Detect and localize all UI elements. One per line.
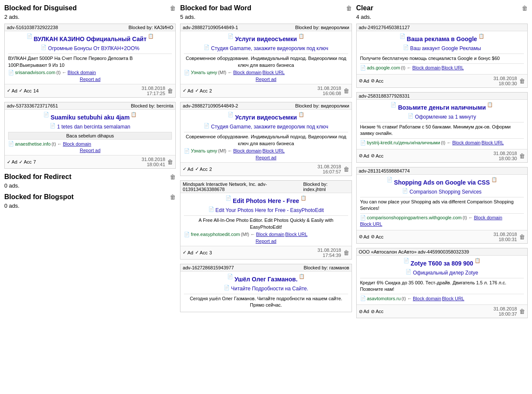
ad-trash-bw1[interactable]: 🗑	[343, 87, 349, 94]
copy-icon-bw4[interactable]: 📋	[299, 274, 305, 279]
ad-title-row-2: 📄 Suamiku setubuhi aku 4jam 📋	[8, 112, 172, 123]
url-suffix-1: (t) ←	[56, 70, 66, 75]
copy-icon-c2[interactable]: 📋	[487, 102, 493, 107]
block-url-btn-c4[interactable]: Block URL	[442, 296, 464, 301]
ad-trash-c1[interactable]: 🗑	[519, 78, 525, 84]
block-domain-btn-bw3[interactable]: Block domain	[256, 232, 284, 237]
footer-right-d1: 31.08.2018 17:17:25 🗑	[141, 86, 173, 96]
section-trash-clear[interactable]: 🗑	[522, 5, 528, 12]
ad-trash-d2[interactable]: 🗑	[167, 158, 173, 165]
ad-date-c1: 31.08.2018 18:00:30	[493, 76, 517, 86]
ad-title-row-1: 📄 ВУЛКАН КАЗИНО Официальный Сайт 📋	[8, 33, 172, 45]
acc-check-btn-d2[interactable]: ✓ Acc	[19, 159, 31, 165]
ad-subtitle-row-bw2: 📄 Студия Gamame, закажите видеоролик под…	[184, 123, 348, 131]
ad-url-row-bw-2: 📄 Узнать цену (Mf) ← Block domain Block …	[184, 148, 348, 154]
block-domain-btn-c3[interactable]: Block domain	[474, 215, 502, 220]
report-ad-btn-bw2[interactable]: Report ad	[184, 155, 348, 160]
ad-date-d2: 31.08.2018 18:00:41	[141, 157, 165, 167]
block-domain-btn-c1[interactable]: Block domain	[412, 65, 441, 70]
ad-card-clear-1: adv-2491276450381127 📄 Ваша реклама в Go…	[356, 24, 528, 88]
block-url-btn-bw2[interactable]: Block URL	[262, 148, 285, 153]
copy-icon-c4[interactable]: 📋	[475, 258, 481, 263]
acc-check-btn-bw2[interactable]: ✓ Acc	[195, 166, 207, 172]
ad-trash-d1[interactable]: 🗑	[167, 87, 173, 94]
ad-title-row-c2: 📄 Возьмите деньги наличными 📋	[360, 102, 524, 113]
ad-check-btn-bw2[interactable]: ✓ Ad	[183, 166, 193, 172]
acc-check-btn-c4[interactable]: ⊘ Acc	[371, 309, 383, 314]
section-trash-redirect[interactable]: 🗑	[170, 173, 176, 180]
ad-body-clear-3: 📄 Shopping Ads on Google via CSS 📋 📄 Com…	[357, 175, 527, 230]
ad-trash-c2[interactable]: 🗑	[519, 152, 525, 159]
footer-right-bw2: 31.08.2018 16:07:57 🗑	[318, 164, 349, 174]
acc-check-btn-bw1[interactable]: ✓ Acc	[195, 88, 207, 93]
ad-check-btn-c3[interactable]: ⊘ Ad	[359, 234, 369, 239]
copy-icon-bw3[interactable]: 📋	[301, 195, 307, 201]
block-url-btn-bw1[interactable]: Block URL	[262, 70, 285, 75]
doc-icon-c1: 📄	[400, 33, 406, 39]
report-ad-btn-d1[interactable]: Report ad	[8, 77, 172, 82]
section-trash-blogspot[interactable]: 🗑	[170, 194, 176, 200]
block-domain-btn-d1[interactable]: Block domain	[68, 70, 96, 75]
ad-check-btn-bw3[interactable]: ✓ Ad	[183, 250, 193, 255]
url-suffix-c1: (t) ←	[401, 65, 411, 70]
doc-icon-bw1: 📄	[228, 33, 234, 39]
ad-check-btn-c2[interactable]: ⊘ Ad	[359, 153, 369, 158]
ad-id-bw-4: adv-1627286815943977	[183, 265, 234, 270]
ad-subtitle-bw-4: Читайте Подробности на Сайте.	[231, 286, 308, 292]
url-suffix-c3: (t) ←	[463, 215, 473, 220]
ad-check-btn-bw1[interactable]: ✓ Ad	[183, 88, 193, 93]
ad-check-btn-d2[interactable]: ✓ Ad	[7, 159, 17, 165]
acc-check-btn-c1[interactable]: ⊘ Acc	[371, 78, 383, 84]
ad-check-btn-c1[interactable]: ⊘ Ad	[359, 78, 369, 84]
ad-trash-c3[interactable]: 🗑	[519, 233, 525, 240]
url-suffix-c2: (t) ←	[441, 140, 451, 145]
copy-icon-bw1[interactable]: 📋	[298, 33, 304, 39]
url-doc-icon-1: 📄	[8, 70, 14, 75]
ad-card-bw-4: adv-1627286815943977 Blocked by: газмано…	[180, 264, 352, 312]
acc-check-btn-d1[interactable]: ✓ Acc	[19, 88, 31, 93]
block-url-btn-bw3[interactable]: Block URL	[285, 232, 307, 237]
block-domain-btn-bw2[interactable]: Block domain	[233, 148, 261, 153]
copy-icon-bw2[interactable]: 📋	[298, 112, 304, 117]
doc-icon-c2: 📄	[391, 102, 397, 107]
block-domain-btn-bw1[interactable]: Block domain	[233, 70, 261, 75]
copy-icon-1[interactable]: 📋	[148, 33, 154, 39]
block-url-btn-c2[interactable]: Block URL	[481, 140, 504, 145]
blocked-by-disguised-1: Blocked by: КАЗИНО	[129, 25, 174, 30]
acc-check-btn-c2[interactable]: ⊘ Acc	[371, 153, 383, 158]
ad-title-bw-3: Edit Photos Here - Free	[233, 197, 299, 205]
section-trash-badword[interactable]: 🗑	[346, 5, 352, 12]
copy-icon-2[interactable]: 📋	[131, 112, 137, 117]
block-url-btn-c1[interactable]: Block URL	[442, 65, 464, 70]
copy-icon-c1[interactable]: 📋	[478, 33, 484, 39]
block-domain-btn-c4[interactable]: Block domain	[413, 296, 441, 301]
ad-header-bw-3: Mindspark Interactive Network, Inc. adv-…	[180, 181, 351, 193]
ad-check-btn-d1[interactable]: ✓ Ad	[7, 88, 17, 93]
copy-icon-c3[interactable]: 📋	[491, 177, 497, 182]
report-ad-btn-bw3[interactable]: Report ad	[184, 239, 348, 244]
block-domain-btn-c2[interactable]: Block domain	[452, 140, 481, 145]
report-ad-btn-bw1[interactable]: Report ad	[184, 77, 348, 82]
ad-id-disguised-1: adv-5161038732922238	[7, 25, 58, 30]
block-domain-btn-d2[interactable]: Block domain	[63, 141, 91, 146]
acc-check-btn-c3[interactable]: ⊘ Acc	[371, 234, 383, 239]
doc-icon-c3: 📄	[387, 177, 393, 182]
ad-check-btn-c4[interactable]: ⊘ Ad	[359, 309, 369, 314]
ad-body-bw-1: 📄 Услуги видеосъемки 📋 📄 Студия Gamame, …	[180, 31, 351, 84]
ad-title-row-c1: 📄 Ваша реклама в Google 📋	[360, 33, 524, 45]
ad-footer-clear-3: ⊘ Ad ⊘ Acc 31.08.2018 18:00:31 🗑	[357, 230, 527, 243]
acc-check-btn-bw3[interactable]: ✓ Acc	[195, 250, 207, 255]
ad-date-c4: 31.08.2018 18:00:37	[493, 306, 517, 316]
ad-url-row-clear-3: 📄 comparisonshoppingpartners.withgoogle.…	[360, 215, 524, 227]
ad-url-clear-2: bystrij-kredit.ru/деньги/наличными	[367, 140, 440, 145]
block-url-btn-c3[interactable]: Block URL	[360, 221, 382, 227]
ad-trash-bw3[interactable]: 🗑	[343, 249, 349, 256]
url-doc-icon-c3: 📄	[360, 215, 366, 221]
ad-subtitle-row-c3: 📄 Comparison Shopping Services	[360, 188, 524, 196]
section-trash-disguised[interactable]: 🗑	[170, 5, 176, 12]
ad-subtitle-row-2: 📄 1 tetes dan bercinta semalaman	[8, 123, 172, 131]
report-ad-btn-d2[interactable]: Report ad	[8, 148, 172, 153]
ad-trash-c4[interactable]: 🗑	[519, 308, 525, 315]
url-doc-icon-bw1: 📄	[184, 70, 190, 75]
ad-trash-bw2[interactable]: 🗑	[343, 166, 349, 173]
